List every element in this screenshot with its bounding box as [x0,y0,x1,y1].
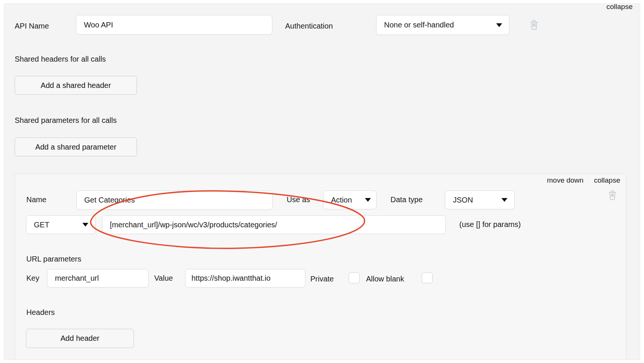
add-header-button[interactable]: Add header [26,329,134,348]
authentication-dropdown[interactable]: None or self-handled [376,15,509,35]
param-allow-blank-label: Allow blank [366,274,404,283]
chevron-down-icon [496,23,502,27]
api-name-input[interactable] [76,15,272,35]
chevron-down-icon [82,223,88,227]
call-move-down-link[interactable]: move down [547,176,583,185]
authentication-label: Authentication [285,21,333,30]
param-key-input[interactable] [47,269,149,287]
add-shared-header-button[interactable]: Add a shared header [15,76,137,95]
authentication-dropdown-value: None or self-handled [384,21,454,29]
param-allow-blank-checkbox[interactable] [422,272,433,283]
http-method-dropdown[interactable]: GET [26,215,96,234]
headers-title: Headers [26,308,55,317]
chevron-down-icon [501,198,507,202]
use-as-label: Use as [287,195,310,204]
call-trash-icon[interactable] [608,190,617,202]
shared-parameters-title: Shared parameters for all calls [15,116,117,125]
api-collapse-link[interactable]: collapse [606,3,633,11]
param-private-label: Private [310,274,334,283]
call-collapse-link[interactable]: collapse [594,176,620,185]
param-key-label: Key [26,274,39,283]
use-as-dropdown[interactable]: Action [323,191,377,209]
chevron-down-icon [365,198,371,202]
api-trash-icon[interactable] [530,20,539,32]
param-private-checkbox[interactable] [349,272,360,283]
call-url-input[interactable] [102,215,446,234]
add-shared-parameter-button[interactable]: Add a shared parameter [15,138,137,156]
param-value-input[interactable] [185,269,305,287]
param-value-label: Value [154,274,173,283]
http-method-dropdown-value: GET [34,221,49,229]
url-params-hint: (use [] for params) [459,220,521,229]
data-type-dropdown-value: JSON [453,196,473,204]
call-name-input[interactable] [76,191,273,210]
data-type-dropdown[interactable]: JSON [445,191,515,209]
api-call-card: move down collapse Name Use as Action Da… [15,174,626,360]
shared-headers-title: Shared headers for all calls [15,54,106,64]
data-type-label: Data type [390,195,423,204]
api-name-label: API Name [15,21,49,30]
use-as-dropdown-value: Action [331,196,352,204]
call-name-label: Name [26,195,46,204]
url-parameters-title: URL parameters [26,254,81,263]
